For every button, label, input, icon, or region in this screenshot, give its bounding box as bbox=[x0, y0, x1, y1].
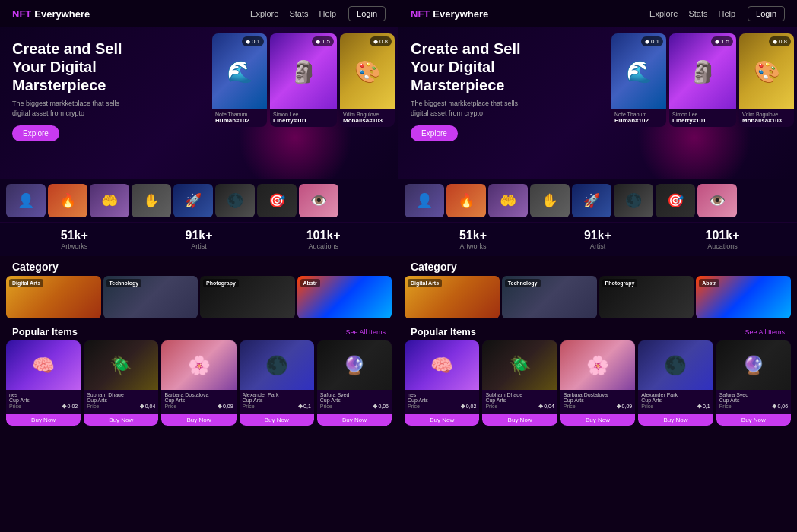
nav-explore-right[interactable]: Explore bbox=[649, 9, 678, 18]
stat-auctions-label-right: Aucations bbox=[660, 242, 785, 250]
buy-button-1[interactable]: Buy Now bbox=[6, 414, 81, 426]
buy-button-r2[interactable]: Buy Now bbox=[482, 414, 557, 426]
item-price-row-r1: Price 0,02 bbox=[408, 404, 476, 409]
item-price-row-r3: Price 0,09 bbox=[564, 404, 632, 409]
item-info-2: Subham Dhage Cup Arts Price 0,04 bbox=[84, 390, 158, 411]
category-digital-arts[interactable]: Digital Arts bbox=[6, 276, 101, 318]
item-price-val-1: 0,02 bbox=[62, 404, 78, 409]
buy-button-2[interactable]: Buy Now bbox=[84, 414, 158, 426]
hero-cards: 🌊 Note Thanum Human#102 ◆ 0.1 🗿 Simon Le… bbox=[212, 33, 395, 127]
hero-explore-button[interactable]: Explore bbox=[12, 125, 59, 141]
hero-card-liberty-right[interactable]: 🗿 Simon Lee Liberty#101 bbox=[669, 33, 736, 127]
nav-explore[interactable]: Explore bbox=[250, 9, 278, 18]
nav-help[interactable]: Help bbox=[319, 9, 336, 18]
hero-card-info-r3: Vdim Bogulove Monalisa#103 bbox=[739, 109, 794, 127]
thumb-7[interactable]: 🎯 bbox=[257, 184, 297, 217]
stat-auctions-value: 101k+ bbox=[261, 229, 386, 242]
login-button-right[interactable]: Login bbox=[748, 6, 785, 21]
stat-artists: 91k+ Artist bbox=[137, 229, 262, 250]
thumb-5[interactable]: 🚀 bbox=[173, 184, 213, 217]
item-price-label-2: Price bbox=[87, 404, 99, 409]
thumb-r5[interactable]: 🚀 bbox=[572, 184, 611, 217]
nav-help-right[interactable]: Help bbox=[718, 9, 735, 18]
hero-card-name-r3: Monalisa#103 bbox=[742, 117, 791, 124]
login-button[interactable]: Login bbox=[348, 6, 386, 21]
item-price-label-3: Price bbox=[164, 404, 176, 409]
category-digital-arts-right[interactable]: Digital Arts bbox=[405, 276, 500, 318]
hero-card-name-r2: Liberty#101 bbox=[672, 117, 733, 124]
thumb-r1[interactable]: 👤 bbox=[405, 184, 444, 217]
hero-card-human-right[interactable]: 🌊 Note Thanum Human#102 bbox=[611, 33, 666, 127]
logo-nft: NFT bbox=[12, 8, 31, 20]
buy-button-r5[interactable]: Buy Now bbox=[716, 414, 791, 426]
hero-card-1: 🗿 Simon Lee Liberty#101 ◆ 1.5 bbox=[270, 33, 337, 127]
hero-section-right: Create and SellYour DigitalMarsterpiece … bbox=[398, 27, 797, 179]
thumb-4[interactable]: ✋ bbox=[132, 184, 171, 217]
cat-label-r2: Technology bbox=[505, 279, 541, 287]
item-price-label-r1: Price bbox=[408, 404, 420, 409]
hero-badge-r1: ◆ 0.1 bbox=[641, 36, 663, 46]
item-price-val-5: 0,06 bbox=[373, 404, 389, 409]
thumb-r7[interactable]: 🎯 bbox=[656, 184, 695, 217]
item-img-2: 🪲 bbox=[84, 340, 158, 390]
thumb-3[interactable]: 🤲 bbox=[90, 184, 129, 217]
nav-stats[interactable]: Stats bbox=[289, 9, 308, 18]
item-info-5: Safura Syed Cup Arts Price 0,06 bbox=[317, 390, 392, 411]
category-technology[interactable]: Technology bbox=[103, 276, 198, 318]
thumbnails-row-right: 👤 🔥 🤲 ✋ 🚀 🌑 🎯 👁️ bbox=[398, 179, 797, 222]
item-price-label-4: Price bbox=[243, 404, 255, 409]
hero-badge-3: ◆ 0.8 bbox=[370, 36, 392, 46]
hero-card-info-3: Vdim Bogulove Monalisa#103 bbox=[340, 109, 395, 127]
stat-artworks-value: 51k+ bbox=[12, 229, 137, 242]
item-author-2: Subham Dhage bbox=[87, 392, 155, 397]
buy-button-r1[interactable]: Buy Now bbox=[405, 414, 479, 426]
hero-card-monalisa-right[interactable]: 🎨 Vdim Bogulove Monalisa#103 bbox=[739, 33, 794, 127]
cat-label-1: Digital Arts bbox=[9, 279, 43, 287]
hero-badge-r3: ◆ 0.8 bbox=[769, 36, 791, 46]
category-abstract[interactable]: Abstr bbox=[297, 276, 392, 318]
stat-artists-value-right: 91k+ bbox=[535, 229, 660, 242]
hero-subtitle: The biggest markketplace that sells digi… bbox=[12, 99, 126, 118]
stats-row-right: 51k+ Artworks 91k+ Artist 101k+ Aucation… bbox=[398, 222, 797, 256]
logo-right: NFT Everywhere bbox=[411, 8, 488, 20]
category-photography[interactable]: Photograpy bbox=[200, 276, 295, 318]
buy-button-r4[interactable]: Buy Now bbox=[638, 414, 713, 426]
buy-button-r3[interactable]: Buy Now bbox=[560, 414, 635, 426]
buy-button-4[interactable]: Buy Now bbox=[240, 414, 314, 426]
thumb-1[interactable]: 👤 bbox=[6, 184, 46, 217]
see-all-link[interactable]: See All Items bbox=[345, 328, 386, 336]
item-price-row-1: Price 0,02 bbox=[9, 404, 78, 409]
category-abstract-right[interactable]: Abstr bbox=[696, 276, 791, 318]
nav-stats-right[interactable]: Stats bbox=[688, 9, 707, 18]
hero-card-r2: 🎨 Vdim Bogulove Monalisa#103 ◆ 0.8 bbox=[739, 33, 794, 127]
item-price-label-r5: Price bbox=[719, 404, 732, 409]
thumb-8[interactable]: 👁️ bbox=[299, 184, 338, 217]
item-info-4: Alexander Park Cup Arts Price 0,1 bbox=[240, 390, 314, 411]
category-photography-right[interactable]: Photograpy bbox=[599, 276, 694, 318]
nav-links: Explore Stats Help bbox=[250, 9, 336, 18]
see-all-link-right[interactable]: See All Items bbox=[745, 328, 785, 336]
buy-button-3[interactable]: Buy Now bbox=[161, 414, 236, 426]
item-price-val-r2: 0,04 bbox=[538, 404, 554, 409]
thumb-r6[interactable]: 🌑 bbox=[614, 184, 653, 217]
hero-card-info-2: Simon Lee Liberty#101 bbox=[270, 109, 337, 127]
thumb-r8[interactable]: 👁️ bbox=[697, 184, 737, 217]
panel-left: NFT Everywhere Explore Stats Help Login … bbox=[0, 0, 398, 532]
hero-explore-button-right[interactable]: Explore bbox=[411, 125, 458, 141]
hero-card-human[interactable]: 🌊 Note Thanum Human#102 bbox=[212, 33, 267, 127]
thumb-2[interactable]: 🔥 bbox=[48, 184, 87, 217]
hero-title: Create and Sell Your Digital Marsterpiec… bbox=[12, 40, 134, 94]
popular-header: Popular Items See All Items bbox=[0, 323, 398, 340]
buy-button-5[interactable]: Buy Now bbox=[317, 414, 392, 426]
item-price-row-5: Price 0,06 bbox=[320, 404, 389, 409]
category-technology-right[interactable]: Technology bbox=[502, 276, 597, 318]
thumb-r2[interactable]: 🔥 bbox=[446, 184, 486, 217]
stat-artworks-right: 51k+ Artworks bbox=[411, 229, 535, 250]
hero-card-monalisa[interactable]: 🎨 Vdim Bogulove Monalisa#103 bbox=[340, 33, 395, 127]
stat-artists-label: Artist bbox=[137, 242, 262, 250]
thumb-6[interactable]: 🌑 bbox=[215, 184, 255, 217]
hero-card-liberty[interactable]: 🗿 Simon Lee Liberty#101 bbox=[270, 33, 337, 127]
item-name-r3: Cup Arts bbox=[564, 397, 632, 403]
thumb-r4[interactable]: ✋ bbox=[530, 184, 570, 217]
thumb-r3[interactable]: 🤲 bbox=[488, 184, 528, 217]
